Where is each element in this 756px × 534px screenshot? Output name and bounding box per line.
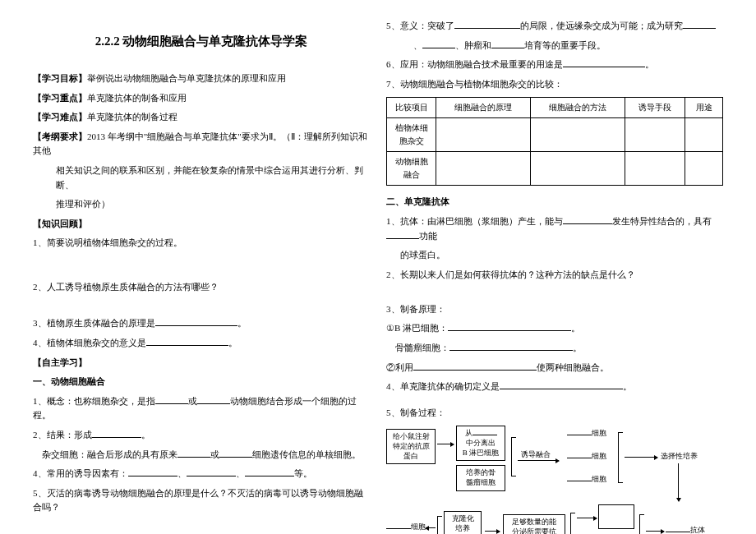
fill-blank[interactable] xyxy=(245,468,294,476)
fill-blank[interactable] xyxy=(454,21,520,29)
review-q4: 4、植物体细胞杂交的意义是。 xyxy=(33,336,370,351)
fill-blank[interactable] xyxy=(683,21,716,29)
s1-q2: 2、结果：形成。 xyxy=(33,428,370,443)
fill-blank[interactable] xyxy=(92,430,141,438)
flow-cell4: 细胞 xyxy=(386,522,426,532)
s2-3-1: ①B 淋巴细胞：。 xyxy=(386,321,723,336)
req-label: 【考纲要求】 xyxy=(33,131,87,141)
review-q2: 2、人工诱导植物原生质体融合的方法有哪些？ xyxy=(33,280,370,295)
s2-1d: 的球蛋白。 xyxy=(400,248,724,263)
fill-blank[interactable] xyxy=(491,40,524,48)
table-row: 植物体细胞杂交 xyxy=(387,118,723,152)
r5: 5、意义：突破了的局限，使远缘杂交成为可能；成为研究 xyxy=(386,19,723,34)
fill-blank[interactable] xyxy=(567,475,592,481)
fill-blank[interactable] xyxy=(422,40,455,48)
brace-icon xyxy=(618,432,623,483)
cs2: 细胞 xyxy=(592,452,606,460)
q4-text: 4、植物体细胞杂交的意义是 xyxy=(33,338,146,348)
left-column: 2.2.2 动物细胞融合与单克隆抗体导学案 【学习目标】举例说出动物细胞融合与单… xyxy=(25,16,378,518)
s1-q1: 1、概念：也称细胞杂交，是指或动物细胞结合形成一个细胞的过程。 xyxy=(33,394,370,423)
review-q1: 1、简要说明植物体细胞杂交的过程。 xyxy=(33,236,370,251)
fill-blank[interactable] xyxy=(386,231,419,239)
arrow-icon xyxy=(678,463,679,501)
focus-label: 【学习重点】 xyxy=(33,93,87,103)
s1-4d: 等。 xyxy=(294,468,312,478)
flow-antibody: 抗体 xyxy=(666,526,705,534)
flow-box-blank[interactable] xyxy=(598,504,634,529)
section2-title: 二、单克隆抗体 xyxy=(386,195,723,209)
th-method: 细胞融合的方法 xyxy=(530,98,625,118)
r7: 7、动物细胞融合与植物体细胞杂交的比较： xyxy=(386,77,723,92)
fill-blank[interactable] xyxy=(666,526,690,532)
arrow-icon xyxy=(518,460,559,461)
fill-cell[interactable] xyxy=(436,118,531,152)
fill-blank[interactable] xyxy=(155,319,237,327)
q4-end: 。 xyxy=(228,338,237,348)
s2-3-1b: 。 xyxy=(571,323,580,333)
self-study-label: 【自主学习】 xyxy=(33,356,370,371)
cs4: 细胞 xyxy=(411,522,426,531)
learning-goal: 【学习目标】举例说出动物细胞融合与单克隆抗体的原理和应用 xyxy=(33,71,370,86)
s2-3-1d: 。 xyxy=(573,343,582,352)
r5d: 、肿瘤和 xyxy=(455,40,491,50)
fill-blank[interactable] xyxy=(567,452,592,458)
fill-blank[interactable] xyxy=(187,468,236,476)
brace-icon xyxy=(570,513,575,534)
r5c: 、 xyxy=(413,40,422,50)
s1-1a: 1、概念：也称细胞杂交，是指 xyxy=(33,396,155,406)
comparison-table: 比较项目 细胞融合的原理 细胞融合的方法 诱导手段 用途 植物体细胞杂交 动物细… xyxy=(386,97,723,186)
focus-text: 单克隆抗体的制备和应用 xyxy=(87,93,187,103)
s2-q3: 3、制备原理： xyxy=(386,302,723,317)
fill-blank[interactable] xyxy=(472,429,497,435)
section1-title: 一、动物细胞融合 xyxy=(33,375,370,389)
f-b2b: 中分离出 xyxy=(466,439,496,447)
cs1: 细胞 xyxy=(592,429,606,437)
s2-3-1c: 骨髓瘤细胞： xyxy=(395,343,449,352)
brace-icon xyxy=(639,514,644,534)
learning-difficulty: 【学习难点】单克隆抗体的制备过程 xyxy=(33,110,370,125)
arrow-icon xyxy=(646,531,664,532)
fill-blank[interactable] xyxy=(448,323,571,331)
fill-blank[interactable] xyxy=(449,343,573,351)
fill-cell[interactable] xyxy=(625,118,685,152)
fill-blank[interactable] xyxy=(146,338,228,346)
fill-cell[interactable] xyxy=(685,152,723,186)
blank-space xyxy=(33,309,370,314)
q3-text: 3、植物原生质体融合的原理是 xyxy=(33,318,155,328)
fill-cell[interactable] xyxy=(685,118,723,152)
flow-box-myeloma: 培养的骨髓瘤细胞 xyxy=(456,465,505,490)
fill-blank[interactable] xyxy=(219,449,252,458)
fill-blank[interactable] xyxy=(128,468,177,476)
s2-4b: 。 xyxy=(623,381,632,391)
row-plant: 植物体细胞杂交 xyxy=(387,118,436,152)
fill-cell[interactable] xyxy=(530,152,625,186)
s1-q2-sub: 杂交细胞：融合后形成的具有原来或细胞遗传信息的单核细胞。 xyxy=(42,448,370,463)
r5b: 的局限，使远缘杂交成为可能；成为研究 xyxy=(520,21,683,30)
fill-blank[interactable] xyxy=(386,522,411,529)
r6b: 。 xyxy=(645,59,654,69)
s1-q5: 5、灭活的病毒诱导动物细胞融合的原理是什么？不灭活的病毒可以诱导动物细胞融合吗？ xyxy=(33,486,370,515)
fill-cell[interactable] xyxy=(625,152,685,186)
flow-box-enough: 足够数量的能分泌所需要抗体的细胞 xyxy=(503,514,565,534)
fill-blank[interactable] xyxy=(177,449,210,458)
right-column: 5、意义：突破了的局限，使远缘杂交成为可能；成为研究 、、肿瘤和培育等的重要手段… xyxy=(378,16,731,518)
s1-4a: 4、常用的诱导因素有： xyxy=(33,468,128,478)
s2-3-2: ②利用使两种细胞融合。 xyxy=(386,361,723,375)
s2-1b: 发生特异性结合的，具有 xyxy=(612,216,712,226)
s2-q4: 4、单克隆抗体的确切定义是。 xyxy=(386,380,723,394)
s2-q5: 5、制备过程： xyxy=(386,406,723,421)
s1-2b: 。 xyxy=(141,430,150,440)
fill-blank[interactable] xyxy=(197,396,230,404)
fill-blank[interactable] xyxy=(563,216,612,224)
flow-label-induce: 诱导融合 xyxy=(521,450,551,459)
fill-blank[interactable] xyxy=(567,429,592,435)
fill-cell[interactable] xyxy=(530,118,625,152)
fill-blank[interactable] xyxy=(563,59,645,67)
fill-blank[interactable] xyxy=(413,362,537,371)
blank-space xyxy=(33,265,370,278)
fill-cell[interactable] xyxy=(436,152,531,186)
th-induce: 诱导手段 xyxy=(625,98,685,118)
fill-blank[interactable] xyxy=(500,381,623,389)
fill-blank[interactable] xyxy=(155,396,188,404)
s2-1a: 1、抗体：由淋巴细胞（浆细胞）产生，能与 xyxy=(386,216,563,226)
